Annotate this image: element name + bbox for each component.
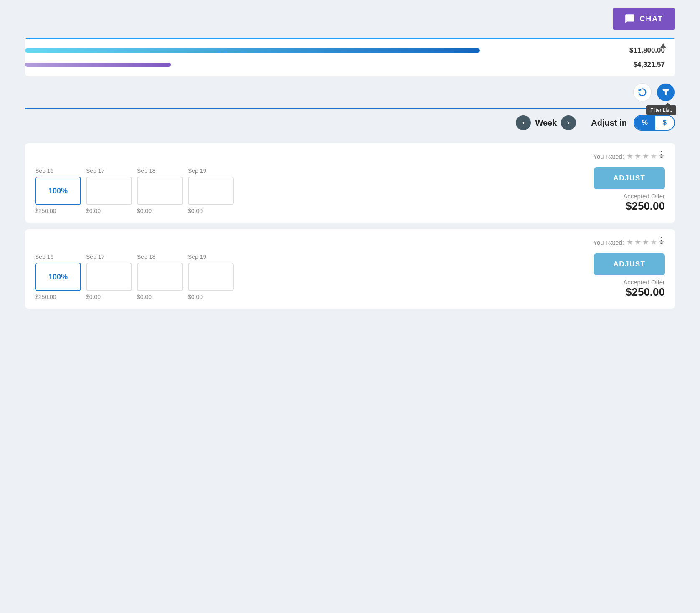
accepted-label-1: Accepted Offer bbox=[623, 193, 665, 200]
date-label-1-2: Sep 17 bbox=[86, 167, 104, 174]
controls-row: Filter List. bbox=[0, 76, 700, 108]
reset-icon bbox=[638, 88, 647, 97]
filter-tooltip: Filter List. bbox=[646, 105, 676, 115]
chat-button[interactable]: CHAT bbox=[613, 8, 675, 30]
star-1-1[interactable]: ★ bbox=[626, 152, 633, 161]
date-input-1-3[interactable] bbox=[137, 177, 183, 205]
accepted-label-2: Accepted Offer bbox=[623, 279, 665, 286]
item-card-1: ⋮You Rated:★★★★★Sep 16100%$250.00Sep 17$… bbox=[25, 143, 675, 223]
bar-label-2: $4,321.57 bbox=[615, 61, 665, 69]
date-cell-2-2: Sep 17$0.00 bbox=[86, 253, 132, 300]
star-1-4[interactable]: ★ bbox=[650, 152, 657, 161]
bar-container-1 bbox=[25, 48, 608, 53]
bar-blue bbox=[25, 48, 480, 53]
rating-row-1: You Rated:★★★★★ bbox=[35, 152, 665, 161]
week-prev-button[interactable] bbox=[516, 115, 531, 130]
chart-row-2: $4,321.57 bbox=[25, 61, 665, 69]
date-amount-1-2: $0.00 bbox=[86, 208, 101, 214]
accepted-offer-2: Accepted Offer$250.00 bbox=[623, 279, 665, 299]
adjust-label: Adjust in bbox=[591, 118, 627, 128]
accepted-offer-1: Accepted Offer$250.00 bbox=[623, 193, 665, 213]
items-container: ⋮You Rated:★★★★★Sep 16100%$250.00Sep 17$… bbox=[0, 143, 700, 309]
chevron-right-icon bbox=[566, 120, 571, 126]
date-input-2-3[interactable] bbox=[137, 263, 183, 291]
filter-icon bbox=[661, 88, 670, 97]
star-2-4[interactable]: ★ bbox=[650, 238, 657, 247]
rating-label-1: You Rated: bbox=[593, 153, 624, 160]
date-amount-1-1: $250.00 bbox=[35, 208, 56, 214]
adjust-toggle: % $ bbox=[634, 115, 675, 131]
star-1-3[interactable]: ★ bbox=[642, 152, 649, 161]
item-card-2: ⋮You Rated:★★★★★Sep 16100%$250.00Sep 17$… bbox=[25, 229, 675, 309]
date-label-1-4: Sep 19 bbox=[188, 167, 206, 174]
date-cell-2-4: Sep 19$0.00 bbox=[188, 253, 234, 300]
bar-container-2 bbox=[25, 62, 608, 68]
dates-row-2: Sep 16100%$250.00Sep 17$0.00Sep 18$0.00S… bbox=[35, 253, 665, 300]
collapse-arrow-icon[interactable] bbox=[660, 43, 667, 48]
adjust-button-1[interactable]: ADJUST bbox=[594, 167, 665, 189]
bar-purple bbox=[25, 63, 171, 67]
toggle-percent-button[interactable]: % bbox=[634, 116, 655, 130]
week-adjust-row: Week Adjust in % $ bbox=[0, 109, 700, 137]
filter-button[interactable]: Filter List. bbox=[657, 83, 675, 101]
date-label-2-2: Sep 17 bbox=[86, 253, 104, 260]
bar-label-1: $11,800.00 bbox=[615, 46, 665, 55]
week-label: Week bbox=[535, 118, 557, 128]
date-label-2-4: Sep 19 bbox=[188, 253, 206, 260]
date-amount-2-2: $0.00 bbox=[86, 294, 101, 300]
three-dots-menu-2[interactable]: ⋮ bbox=[657, 236, 667, 245]
star-1-2[interactable]: ★ bbox=[634, 152, 641, 161]
right-section-2: ADJUSTAccepted Offer$250.00 bbox=[594, 253, 665, 299]
chart-row-1: $11,800.00 bbox=[25, 46, 665, 55]
date-amount-2-3: $0.00 bbox=[137, 294, 152, 300]
date-label-2-1: Sep 16 bbox=[35, 253, 53, 260]
date-cell-1-3: Sep 18$0.00 bbox=[137, 167, 183, 214]
chevron-left-icon bbox=[520, 120, 526, 126]
date-input-1-1[interactable]: 100% bbox=[35, 177, 81, 205]
date-cell-2-1: Sep 16100%$250.00 bbox=[35, 253, 81, 300]
right-section-1: ADJUSTAccepted Offer$250.00 bbox=[594, 167, 665, 213]
date-cell-1-4: Sep 19$0.00 bbox=[188, 167, 234, 214]
date-cell-1-1: Sep 16100%$250.00 bbox=[35, 167, 81, 214]
reset-button[interactable] bbox=[633, 83, 652, 101]
date-label-1-1: Sep 16 bbox=[35, 167, 53, 174]
star-2-2[interactable]: ★ bbox=[634, 238, 641, 247]
date-label-1-3: Sep 18 bbox=[137, 167, 155, 174]
date-amount-1-4: $0.00 bbox=[188, 208, 203, 214]
week-nav: Week bbox=[516, 115, 576, 130]
star-2-3[interactable]: ★ bbox=[642, 238, 649, 247]
date-input-1-2[interactable] bbox=[86, 177, 132, 205]
date-amount-2-4: $0.00 bbox=[188, 294, 203, 300]
adjust-button-2[interactable]: ADJUST bbox=[594, 253, 665, 275]
accepted-amount-1: $250.00 bbox=[623, 200, 665, 213]
chart-content: $11,800.00 $4,321.57 bbox=[25, 38, 675, 76]
date-cell-2-3: Sep 18$0.00 bbox=[137, 253, 183, 300]
date-amount-2-1: $250.00 bbox=[35, 294, 56, 300]
chat-label: CHAT bbox=[639, 15, 663, 23]
toggle-dollar-button[interactable]: $ bbox=[655, 116, 674, 130]
rating-label-2: You Rated: bbox=[593, 239, 624, 246]
accepted-amount-2: $250.00 bbox=[623, 286, 665, 299]
three-dots-menu-1[interactable]: ⋮ bbox=[657, 150, 667, 159]
week-next-button[interactable] bbox=[561, 115, 576, 130]
rating-row-2: You Rated:★★★★★ bbox=[35, 238, 665, 247]
date-input-2-1[interactable]: 100% bbox=[35, 263, 81, 291]
date-input-2-2[interactable] bbox=[86, 263, 132, 291]
date-label-2-3: Sep 18 bbox=[137, 253, 155, 260]
chart-card: $11,800.00 $4,321.57 bbox=[25, 38, 675, 76]
date-cell-1-2: Sep 17$0.00 bbox=[86, 167, 132, 214]
date-input-2-4[interactable] bbox=[188, 263, 234, 291]
date-amount-1-3: $0.00 bbox=[137, 208, 152, 214]
chat-icon bbox=[624, 13, 635, 24]
date-input-1-4[interactable] bbox=[188, 177, 234, 205]
dates-row-1: Sep 16100%$250.00Sep 17$0.00Sep 18$0.00S… bbox=[35, 167, 665, 214]
star-2-1[interactable]: ★ bbox=[626, 238, 633, 247]
